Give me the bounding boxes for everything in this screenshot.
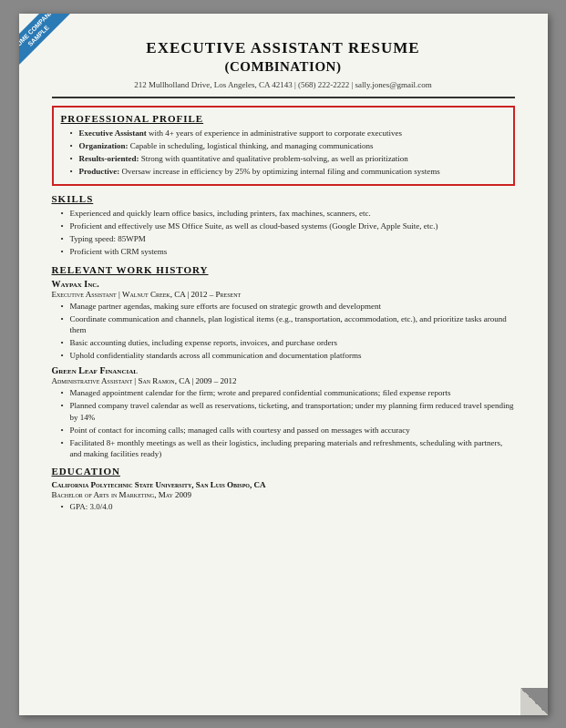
employer-waypax: Waypax Inc. xyxy=(52,279,515,289)
education-degree: Bachelor of Arts in Marketing, May 2009 xyxy=(52,490,515,499)
professional-profile-title: Professional Profile xyxy=(61,113,506,124)
bullet-bold: Organization: xyxy=(79,141,129,150)
list-item: Coordinate communication and channels, p… xyxy=(61,313,515,335)
resume-subtitle: (Combination) xyxy=(52,59,515,75)
education-bullets: GPA: 3.0/4.0 xyxy=(52,501,515,512)
bullet-bold: Results-oriented: xyxy=(79,154,139,163)
list-item: Productive: Oversaw increase in efficien… xyxy=(70,166,506,177)
job-title-waypax: Executive Assistant | Walnut Creek, CA |… xyxy=(52,290,515,299)
ribbon-badge: RESUME COMPANIONSAMPLE xyxy=(19,14,87,82)
waypax-bullets: Manage partner agendas, making sure effo… xyxy=(52,301,515,362)
education-school: California Polytechnic State University,… xyxy=(52,480,515,489)
list-item: Organization: Capable in scheduling, log… xyxy=(70,140,506,151)
greenleaf-bullets: Managed appointment calendar for the fir… xyxy=(52,387,515,459)
list-item: Managed appointment calendar for the fir… xyxy=(61,387,515,398)
professional-profile-section: Professional Profile Executive Assistant… xyxy=(52,106,515,187)
bullet-bold: Executive Assistant xyxy=(79,128,147,138)
job-title-greenleaf: Administrative Assistant | San Ramon, CA… xyxy=(52,376,515,385)
list-item: Executive Assistant with 4+ years of exp… xyxy=(70,128,506,138)
page-wrapper: RESUME COMPANIONSAMPLE Executive Assista… xyxy=(0,0,566,728)
list-item: Planned company travel calendar as well … xyxy=(61,400,515,422)
employer-greenleaf: Green Leaf Financial xyxy=(52,365,515,375)
resume-title: Executive Assistant Resume xyxy=(52,39,515,57)
resume-paper: RESUME COMPANIONSAMPLE Executive Assista… xyxy=(19,14,548,715)
list-item: Facilitated 8+ monthly meetings as well … xyxy=(61,437,515,459)
bullet-bold: Productive: xyxy=(79,167,120,176)
skills-list: Experienced and quickly learn office bas… xyxy=(52,208,515,258)
list-item: Point of contact for incoming calls; man… xyxy=(61,425,515,436)
divider xyxy=(52,97,515,98)
list-item: Typing speed: 85WPM xyxy=(61,233,515,244)
work-history-title: Relevant Work History xyxy=(52,264,515,275)
list-item: Proficient with CRM systems xyxy=(61,246,515,257)
list-item: Proficient and effectively use MS Office… xyxy=(61,220,515,231)
ribbon-text: RESUME COMPANIONSAMPLE xyxy=(19,14,72,69)
list-item: Results-oriented: Strong with quantitati… xyxy=(70,153,506,164)
list-item: Manage partner agendas, making sure effo… xyxy=(61,301,515,312)
list-item: GPA: 3.0/4.0 xyxy=(61,501,515,512)
education-section: Education California Polytechnic State U… xyxy=(52,466,515,512)
list-item: Uphold confidentiality standards across … xyxy=(61,350,515,361)
list-item: Experienced and quickly learn office bas… xyxy=(61,208,515,219)
education-title: Education xyxy=(52,466,515,477)
professional-profile-list: Executive Assistant with 4+ years of exp… xyxy=(61,128,506,178)
skills-title: Skills xyxy=(52,193,515,204)
work-history-section: Relevant Work History Waypax Inc. Execut… xyxy=(52,264,515,460)
list-item: Basic accounting duties, including expen… xyxy=(61,337,515,348)
skills-section: Skills Experienced and quickly learn off… xyxy=(52,193,515,258)
contact-info: 212 Mullholland Drive, Los Angeles, CA 4… xyxy=(52,80,515,89)
